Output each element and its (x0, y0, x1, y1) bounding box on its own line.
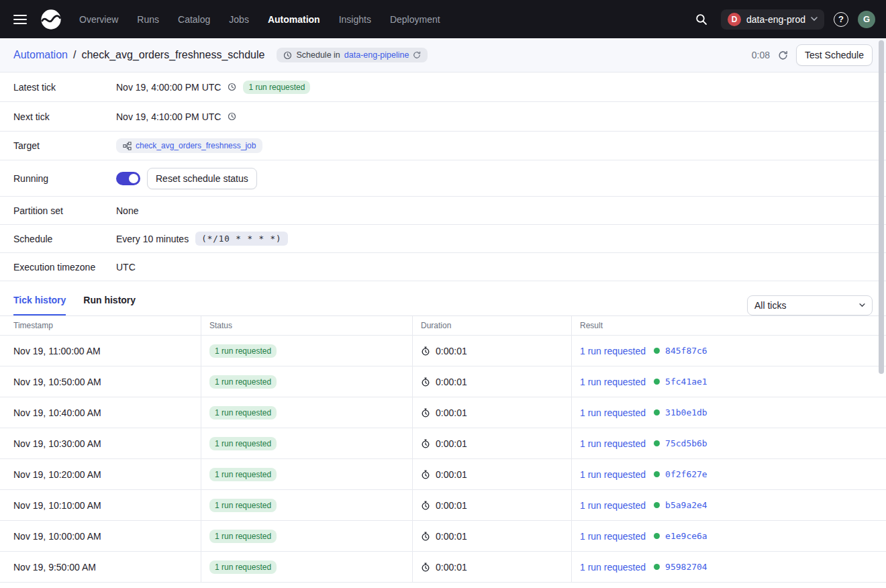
table-row: Nov 19, 10:20:00 AM 1 run requested 0:00… (0, 459, 886, 490)
tick-timestamp: Nov 19, 10:20:00 AM (0, 459, 201, 489)
next-tick-label: Next tick (13, 111, 116, 122)
tick-duration-text: 0:00:01 (436, 531, 467, 542)
table-row: Nov 19, 10:50:00 AM 1 run requested 0:00… (0, 366, 886, 397)
clock-icon (228, 112, 236, 121)
chevron-down-icon (859, 303, 865, 307)
tick-duration-text: 0:00:01 (436, 438, 467, 449)
run-id-link[interactable]: 95982704 (665, 562, 707, 572)
breadcrumb-automation-link[interactable]: Automation (13, 49, 68, 61)
timezone-value: UTC (116, 262, 136, 273)
run-status-dot (654, 440, 660, 446)
tick-status-badge: 1 run requested (209, 406, 277, 420)
stopwatch-icon (421, 562, 430, 572)
refresh-countdown: 0:08 (752, 50, 770, 60)
search-icon[interactable] (691, 9, 711, 30)
page-title: check_avg_orders_freshness_schdule (81, 49, 264, 61)
topnav-item-overview[interactable]: Overview (79, 14, 118, 25)
deployment-name: data-eng-prod (746, 14, 805, 25)
tick-status-badge: 1 run requested (209, 344, 277, 358)
tab-tick-history[interactable]: Tick history (13, 295, 66, 315)
run-status-dot (654, 564, 660, 570)
tick-result-link[interactable]: 1 run requested (580, 407, 646, 418)
tick-result-link[interactable]: 1 run requested (580, 500, 646, 511)
detail-row-partition-set: Partition set None (0, 197, 886, 225)
tick-result-link[interactable]: 1 run requested (580, 562, 646, 573)
refresh-icon[interactable] (778, 50, 788, 60)
topnav-item-insights[interactable]: Insights (339, 14, 371, 25)
tick-status-badge: 1 run requested (209, 375, 277, 389)
tick-duration-text: 0:00:01 (436, 377, 467, 387)
stopwatch-icon (421, 501, 430, 510)
test-schedule-button[interactable]: Test Schedule (796, 44, 873, 66)
run-status-dot (654, 471, 660, 477)
menu-icon[interactable] (11, 10, 30, 29)
tick-timestamp: Nov 19, 9:50:00 AM (0, 552, 201, 582)
detail-row-latest-tick: Latest tick Nov 19, 4:00:00 PM UTC 1 run… (0, 72, 886, 102)
tick-table-body: Nov 19, 11:00:00 AM 1 run requested 0:00… (0, 336, 886, 583)
topnav-item-jobs[interactable]: Jobs (229, 14, 249, 25)
run-status-dot (654, 379, 660, 385)
tick-timestamp: Nov 19, 11:00:00 AM (0, 336, 201, 366)
run-id-link[interactable]: b5a9a2e4 (665, 500, 707, 510)
tick-history-table: Timestamp Status Duration Result Nov 19,… (0, 315, 886, 583)
reload-icon[interactable] (413, 51, 421, 59)
detail-row-running: Running Reset schedule status (0, 160, 886, 197)
tick-filter-select[interactable]: All ticks (747, 295, 873, 315)
latest-tick-label: Latest tick (13, 82, 116, 93)
detail-row-next-tick: Next tick Nov 19, 4:10:00 PM UTC (0, 102, 886, 132)
run-status-dot (654, 409, 660, 415)
clock-icon (283, 51, 292, 60)
run-id-link[interactable]: 75cd5b6b (665, 438, 707, 448)
cron-expression: (*/10 * * * *) (195, 232, 287, 246)
tick-result-link[interactable]: 1 run requested (580, 469, 646, 480)
tick-duration-text: 0:00:01 (436, 562, 467, 573)
target-job-chip[interactable]: check_avg_orders_freshness_job (116, 138, 262, 153)
schedule-description: Every 10 minutes (116, 234, 189, 244)
running-toggle[interactable] (116, 172, 140, 185)
vertical-scrollbar[interactable] (879, 40, 884, 374)
history-tabs-bar: Tick history Run history All ticks (0, 281, 886, 315)
tab-run-history[interactable]: Run history (83, 295, 136, 315)
run-id-link[interactable]: 845f87c6 (665, 346, 707, 356)
help-icon[interactable]: ? (834, 12, 848, 27)
tick-result-link[interactable]: 1 run requested (580, 346, 646, 356)
topnav-item-runs[interactable]: Runs (137, 14, 159, 25)
dagster-logo (39, 7, 63, 32)
tick-result-link[interactable]: 1 run requested (580, 531, 646, 542)
column-header-timestamp: Timestamp (0, 316, 201, 335)
tick-result-link[interactable]: 1 run requested (580, 377, 646, 387)
schedule-location-badge: Schedule in data-eng-pipeline (277, 48, 428, 62)
running-label: Running (13, 173, 116, 184)
topnav-links: OverviewRunsCatalogJobsAutomationInsight… (79, 14, 440, 25)
topnav-item-deployment[interactable]: Deployment (390, 14, 440, 25)
run-id-link[interactable]: 0f2f627e (665, 469, 707, 479)
reset-schedule-status-button[interactable]: Reset schedule status (147, 168, 257, 189)
top-navigation-bar: OverviewRunsCatalogJobsAutomationInsight… (0, 0, 886, 38)
deployment-switcher[interactable]: D data-eng-prod (721, 9, 824, 30)
tick-duration-text: 0:00:01 (436, 469, 467, 480)
target-label: Target (13, 140, 116, 151)
partition-set-label: Partition set (13, 205, 116, 216)
run-id-link[interactable]: 5fc41ae1 (665, 377, 707, 387)
tick-result-link[interactable]: 1 run requested (580, 438, 646, 449)
tick-status-badge: 1 run requested (209, 560, 277, 574)
stopwatch-icon (421, 470, 430, 479)
topnav-item-catalog[interactable]: Catalog (178, 14, 210, 25)
run-status-dot (654, 502, 660, 508)
tick-timestamp: Nov 19, 10:10:00 AM (0, 490, 201, 520)
column-header-duration: Duration (412, 316, 571, 335)
target-job-link[interactable]: check_avg_orders_freshness_job (136, 141, 256, 150)
topnav-item-automation[interactable]: Automation (268, 14, 320, 25)
partition-set-value: None (116, 205, 138, 216)
user-avatar[interactable]: G (858, 11, 875, 28)
stopwatch-icon (421, 377, 430, 387)
table-row: Nov 19, 10:40:00 AM 1 run requested 0:00… (0, 397, 886, 428)
tick-duration-text: 0:00:01 (436, 346, 467, 356)
schedule-label: Schedule (13, 234, 116, 244)
column-header-status: Status (201, 316, 412, 335)
code-location-link[interactable]: data-eng-pipeline (344, 50, 409, 60)
tick-timestamp: Nov 19, 10:00:00 AM (0, 521, 201, 551)
run-id-link[interactable]: 31b0e1db (665, 407, 707, 418)
tick-duration-text: 0:00:01 (436, 407, 467, 418)
run-id-link[interactable]: e1e9ce6a (665, 531, 707, 541)
